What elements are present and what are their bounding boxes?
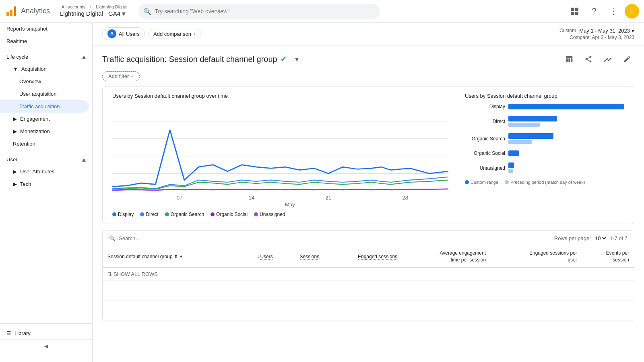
- overview-label: Overview: [19, 78, 41, 84]
- table-search-input[interactable]: [119, 235, 186, 241]
- svg-text:21: 21: [325, 195, 331, 201]
- search-input[interactable]: [138, 4, 380, 19]
- search-icon: 🔍: [143, 7, 151, 15]
- sidebar-item-acquisition[interactable]: ▼ Acquisition: [0, 63, 89, 75]
- col-header-events-per-session[interactable]: Events per session: [582, 246, 634, 267]
- rows-per-page-select[interactable]: 10 25 50: [593, 235, 607, 242]
- svg-rect-2: [14, 6, 16, 16]
- date-range-selector[interactable]: Custom May 1 - May 31, 2023 ▾ Compare: A…: [559, 28, 634, 40]
- custom-label: Custom: [559, 28, 576, 33]
- bolt-icon[interactable]: ⚡: [625, 4, 639, 19]
- edit-icon: [623, 55, 631, 63]
- rows-per-page-label: Rows per page:: [554, 235, 591, 241]
- bar-legend-custom-range: Custom range: [465, 180, 498, 185]
- user-section-header[interactable]: User ▴: [0, 150, 92, 165]
- lifecycle-chevron-icon: ▴: [82, 52, 86, 61]
- table-chart-button[interactable]: [562, 52, 576, 66]
- legend-display-label: Display: [118, 212, 134, 217]
- add-filter-button[interactable]: Add filter +: [102, 71, 140, 81]
- user-avatar: A: [107, 29, 116, 38]
- report-dropdown-button[interactable]: ▾: [290, 52, 304, 66]
- breadcrumb-account: All accounts › Lightning Digital Lightni…: [55, 4, 129, 18]
- insights-button[interactable]: [601, 52, 615, 66]
- all-users-label: All Users: [119, 31, 140, 37]
- show-all-rows-button[interactable]: ⇅ SHOW ALL ROWS: [103, 268, 634, 280]
- monetization-expand-icon: ▶: [13, 128, 17, 134]
- legend-unassigned-dot: [254, 212, 258, 216]
- bar-chart: Display Direct: [465, 104, 624, 173]
- user-attributes-label: User Attributes: [20, 169, 54, 175]
- legend-direct-label: Direct: [146, 212, 158, 217]
- breadcrumb-all-accounts[interactable]: All accounts: [62, 4, 85, 9]
- sidebar-item-overview[interactable]: Overview: [0, 75, 89, 88]
- bar-label-organic-social: Organic Social: [465, 150, 505, 156]
- user-attributes-expand-icon: ▶: [13, 169, 17, 175]
- insights-icon: [604, 55, 612, 63]
- col-events-per-session-label2: session: [613, 257, 629, 263]
- col-header-sessions[interactable]: Sessions: [278, 246, 324, 267]
- col-add-icon[interactable]: +: [180, 254, 182, 259]
- col-session-channel-sort-icon: ⬆: [174, 254, 178, 259]
- help-button[interactable]: ?: [586, 3, 602, 19]
- show-all-rows-expand-icon: ⇅: [107, 271, 112, 277]
- edit-button[interactable]: [620, 52, 634, 66]
- legend-organic-search-label: Organic Search: [171, 212, 204, 217]
- bar-row-organic-social: Organic Social: [465, 150, 624, 156]
- col-header-engaged-sessions-per-user[interactable]: Engaged sessions per user: [491, 246, 582, 267]
- svg-text:07: 07: [177, 195, 183, 201]
- table-show-all-row: ⇅ SHOW ALL ROWS: [103, 267, 634, 281]
- bar-unassigned-secondary: [508, 169, 513, 173]
- bar-unassigned-primary: [508, 162, 514, 168]
- table-row-2: [103, 301, 634, 321]
- sidebar-collapse-button[interactable]: ◀: [0, 339, 92, 352]
- bar-label-direct: Direct: [465, 119, 505, 124]
- sidebar-item-realtime[interactable]: Realtime: [0, 35, 89, 47]
- sidebar-item-user-attributes[interactable]: ▶ User Attributes: [0, 165, 89, 178]
- col-header-avg-engagement[interactable]: Average engagement time per session: [402, 246, 491, 267]
- legend-direct-dot: [140, 212, 144, 216]
- col-header-engaged-sessions[interactable]: Engaged sessions: [324, 246, 402, 267]
- breadcrumb-property[interactable]: Lightning Digital: [96, 4, 127, 9]
- col-header-session-channel[interactable]: Session default channel group ⬆ +: [103, 246, 237, 267]
- sidebar-item-reports-snapshot[interactable]: Reports snapshot: [0, 23, 89, 35]
- data-table: Session default channel group ⬆ + ↓ User…: [103, 246, 634, 321]
- lifecycle-section-header[interactable]: Life cycle ▴: [0, 47, 92, 63]
- share-button[interactable]: [581, 52, 596, 66]
- account-selector[interactable]: Lightning Digital - GA4 ▾: [60, 9, 129, 18]
- bar-group-organic-search: [508, 133, 624, 144]
- sidebar-bottom: ☰ Library ◀: [0, 323, 92, 356]
- sidebar-item-tech[interactable]: ▶ Tech: [0, 178, 89, 190]
- top-header: Analytics All accounts › Lightning Digit…: [0, 0, 644, 23]
- bar-group-unassigned: [508, 162, 624, 173]
- sidebar-item-library[interactable]: ☰ Library: [0, 327, 92, 339]
- line-chart-svg: 07 14 21 28 May: [112, 104, 448, 208]
- sidebar-item-monetization[interactable]: ▶ Monetization: [0, 125, 89, 138]
- sidebar-item-user-acquisition[interactable]: User acquisition: [0, 88, 89, 100]
- legend-display-dot: [112, 212, 116, 216]
- reports-snapshot-label: Reports snapshot: [6, 26, 47, 32]
- sidebar-item-traffic-acquisition[interactable]: Traffic acquisition: [0, 100, 89, 113]
- library-label: Library: [14, 330, 31, 336]
- bar-row-display: Display: [465, 104, 624, 109]
- bar-organic-search-secondary: [508, 140, 532, 144]
- main-layout: Reports snapshot Realtime Life cycle ▴ ▼…: [0, 23, 644, 362]
- more-options-button[interactable]: ⋮: [605, 3, 621, 19]
- svg-text:28: 28: [402, 195, 408, 201]
- bar-row-unassigned: Unassigned: [465, 162, 624, 173]
- share-icon: [584, 55, 592, 63]
- header-right: ? ⋮ ⚡: [567, 3, 639, 19]
- report-title: Traffic acquisition: Session default cha…: [102, 55, 277, 64]
- date-value[interactable]: May 1 - May 31, 2023 ▾: [579, 28, 634, 34]
- bar-group-organic-social: [508, 150, 624, 156]
- grid-view-button[interactable]: [567, 3, 583, 19]
- bar-legend-preceding: Preceding period (match day of week): [505, 180, 585, 185]
- col-header-users[interactable]: ↓ Users: [237, 246, 278, 267]
- sidebar-item-engagement[interactable]: ▶ Engagement: [0, 113, 89, 125]
- col-sessions-label: Sessions: [300, 254, 320, 260]
- svg-text:14: 14: [249, 195, 255, 201]
- all-users-pill[interactable]: A All Users: [102, 27, 145, 40]
- add-comparison-button[interactable]: Add comparison +: [148, 29, 201, 39]
- report-title-right: [562, 52, 634, 66]
- monetization-label: Monetization: [20, 128, 50, 134]
- sidebar-item-retention[interactable]: Retention: [0, 138, 89, 150]
